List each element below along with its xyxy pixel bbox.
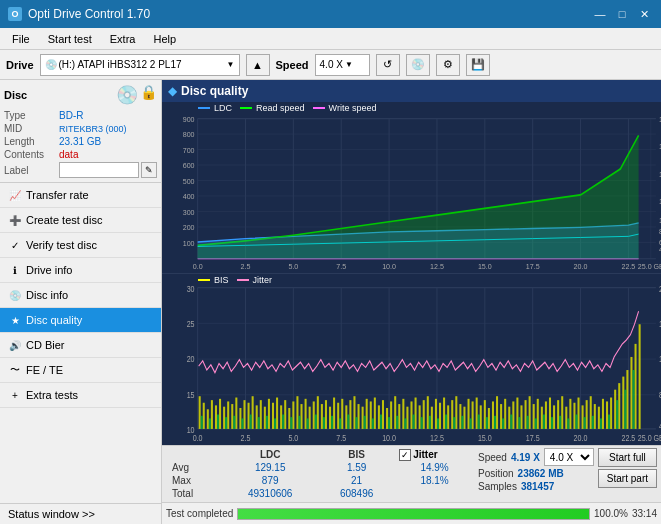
nav-create-test-disc-label: Create test disc — [26, 214, 102, 226]
svg-text:10.0: 10.0 — [382, 262, 396, 270]
nav-disc-info[interactable]: 💿 Disc info — [0, 283, 161, 308]
svg-rect-199 — [209, 418, 211, 428]
label-input[interactable] — [59, 162, 139, 178]
svg-rect-164 — [504, 399, 506, 429]
svg-rect-204 — [250, 415, 252, 429]
nav-create-test-disc[interactable]: ➕ Create test disc — [0, 208, 161, 233]
nav-transfer-rate-label: Transfer rate — [26, 189, 89, 201]
menu-help[interactable]: Help — [145, 31, 184, 47]
svg-rect-246 — [592, 416, 594, 429]
svg-rect-184 — [586, 400, 588, 429]
disc-button[interactable]: 💿 — [406, 54, 430, 76]
svg-rect-155 — [468, 399, 470, 429]
svg-rect-91 — [207, 409, 209, 429]
svg-text:17.5: 17.5 — [526, 262, 540, 270]
svg-rect-123 — [337, 403, 339, 429]
nav-drive-info[interactable]: ℹ Drive info — [0, 258, 161, 283]
settings-button[interactable]: ⚙ — [436, 54, 460, 76]
svg-rect-99 — [239, 408, 241, 429]
svg-rect-122 — [333, 398, 335, 429]
disc-icons: 💿 🔒 — [116, 84, 157, 106]
svg-rect-114 — [300, 404, 302, 429]
speed-selector[interactable]: 4.0 X ▼ — [315, 54, 370, 76]
maximize-button[interactable]: □ — [613, 5, 631, 23]
svg-text:0.0: 0.0 — [193, 433, 203, 442]
svg-text:15.0: 15.0 — [478, 262, 492, 270]
upper-legend: LDC Read speed Write speed — [162, 102, 661, 113]
svg-rect-169 — [525, 400, 527, 429]
nav-fe-te[interactable]: 〜 FE / TE — [0, 358, 161, 383]
svg-rect-235 — [502, 418, 504, 428]
svg-rect-96 — [227, 401, 229, 428]
nav-extra-tests[interactable]: + Extra tests — [0, 383, 161, 408]
save-button[interactable]: 💾 — [466, 54, 490, 76]
svg-text:2.5: 2.5 — [241, 433, 251, 442]
disc-mid-label: MID — [4, 123, 59, 134]
svg-rect-194 — [626, 370, 628, 429]
svg-text:22.5: 22.5 — [621, 433, 635, 442]
drive-selector[interactable]: 💿 (H:) ATAPI iHBS312 2 PL17 ▼ — [40, 54, 240, 76]
svg-rect-117 — [313, 401, 315, 428]
eject-button[interactable]: ▲ — [246, 54, 270, 76]
svg-text:300: 300 — [183, 207, 195, 216]
cd-bier-icon: 🔊 — [8, 338, 22, 352]
svg-text:10.0: 10.0 — [382, 433, 396, 442]
minimize-button[interactable]: — — [591, 5, 609, 23]
svg-text:7.5: 7.5 — [336, 262, 346, 270]
legend-ldc: LDC — [198, 103, 232, 113]
close-button[interactable]: ✕ — [635, 5, 653, 23]
svg-rect-231 — [470, 418, 472, 428]
svg-rect-165 — [508, 407, 510, 429]
svg-rect-179 — [565, 407, 567, 429]
disc-image-icon: 💿 — [116, 84, 138, 106]
svg-rect-130 — [366, 399, 368, 429]
app-icon: O — [8, 7, 22, 21]
menu-file[interactable]: File — [4, 31, 38, 47]
position-val: 23862 MB — [518, 468, 564, 479]
menu-extra[interactable]: Extra — [102, 31, 144, 47]
start-part-button[interactable]: Start part — [598, 469, 657, 488]
svg-rect-170 — [529, 396, 531, 429]
svg-rect-111 — [288, 408, 290, 429]
svg-rect-173 — [541, 407, 543, 429]
svg-rect-106 — [268, 399, 270, 429]
svg-rect-119 — [321, 404, 323, 429]
stats-table: LDC BIS ✓ Jitter Avg 129.15 1.59 — [166, 448, 474, 500]
svg-rect-180 — [569, 399, 571, 429]
svg-rect-148 — [439, 403, 441, 429]
status-window-button[interactable]: Status window >> — [0, 503, 161, 524]
bis-header: BIS — [318, 448, 395, 461]
nav-transfer-rate[interactable]: 📈 Transfer rate — [0, 183, 161, 208]
svg-text:2.5: 2.5 — [241, 262, 251, 270]
svg-rect-218 — [364, 416, 366, 429]
status-completed-text: Test completed — [166, 508, 233, 519]
nav-verify-test-disc[interactable]: ✓ Verify test disc — [0, 233, 161, 258]
svg-rect-97 — [231, 404, 233, 429]
svg-rect-128 — [358, 404, 360, 429]
refresh-button[interactable]: ↺ — [376, 54, 400, 76]
nav-cd-bier[interactable]: 🔊 CD Bier — [0, 333, 161, 358]
svg-text:200: 200 — [183, 223, 195, 232]
svg-text:800: 800 — [183, 130, 195, 139]
nav-fe-te-label: FE / TE — [26, 364, 63, 376]
speed-value: 4.0 X — [320, 59, 343, 70]
drive-icon: 💿 — [45, 59, 57, 70]
titlebar: O Opti Drive Control 1.70 — □ ✕ — [0, 0, 661, 28]
legend-write: Write speed — [313, 103, 377, 113]
svg-rect-142 — [415, 398, 417, 429]
speed-key: Speed — [478, 452, 507, 463]
chart-header: ◆ Disc quality — [162, 80, 661, 102]
position-row: Position 23862 MB — [478, 468, 594, 479]
nav-disc-quality-label: Disc quality — [26, 314, 82, 326]
menu-start-test[interactable]: Start test — [40, 31, 100, 47]
svg-rect-187 — [598, 407, 600, 429]
svg-text:25.0 GB: 25.0 GB — [638, 262, 661, 270]
nav-disc-quality[interactable]: ★ Disc quality — [0, 308, 161, 333]
start-full-button[interactable]: Start full — [598, 448, 657, 467]
svg-rect-210 — [298, 416, 300, 429]
disc-type-value: BD-R — [59, 110, 83, 121]
label-edit-button[interactable]: ✎ — [141, 162, 157, 178]
speed-select[interactable]: 4.0 X — [544, 448, 594, 466]
fe-te-icon: 〜 — [8, 363, 22, 377]
jitter-checkbox[interactable]: ✓ — [399, 449, 411, 461]
